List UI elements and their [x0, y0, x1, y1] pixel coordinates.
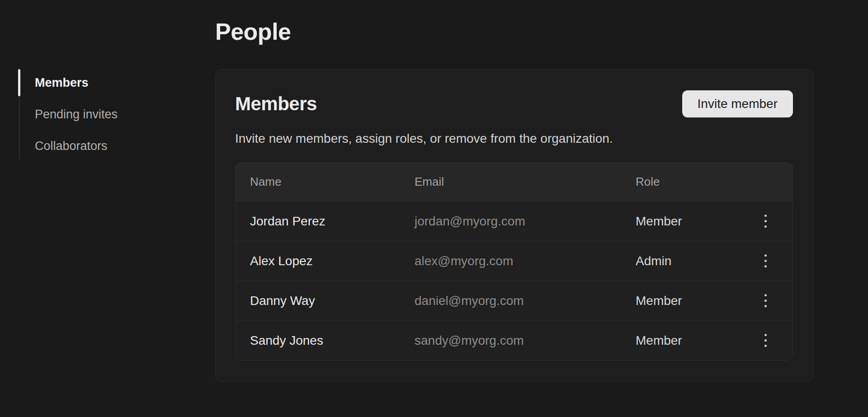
sidebar-nav-item-label: Members: [35, 76, 89, 90]
column-header-role: Role: [621, 175, 738, 189]
members-table-body: Jordan Perez jordan@myorg.com Member: [236, 201, 793, 360]
row-menu-button[interactable]: [755, 248, 776, 274]
row-menu-button[interactable]: [755, 209, 776, 234]
members-card-description: Invite new members, assign roles, or rem…: [235, 130, 793, 147]
row-menu-button[interactable]: [755, 288, 776, 314]
member-role: Admin: [621, 254, 738, 268]
members-table-header: Name Email Role: [236, 163, 793, 201]
sidebar-nav-item-label: Pending invites: [35, 108, 118, 122]
sidebar-nav-item[interactable]: Collaborators: [20, 132, 191, 159]
settings-sidebar: Members Pending invites Collaborators: [19, 69, 191, 159]
member-role: Member: [621, 294, 738, 308]
column-header-name: Name: [236, 175, 400, 189]
row-actions-cell: [738, 209, 793, 234]
people-settings-page: Members Pending invites Collaborators Pe…: [0, 0, 868, 417]
member-email: jordan@myorg.com: [400, 214, 621, 229]
table-row: Jordan Perez jordan@myorg.com Member: [236, 201, 793, 241]
sidebar-nav-item[interactable]: Pending invites: [20, 101, 191, 128]
table-row: Danny Way daniel@myorg.com Member: [236, 281, 793, 320]
sidebar-nav: Members Pending invites Collaborators: [19, 69, 191, 159]
row-actions-cell: [738, 288, 793, 314]
table-row: Sandy Jones sandy@myorg.com Member: [236, 320, 793, 360]
member-email: sandy@myorg.com: [400, 333, 621, 348]
kebab-menu-icon: [764, 334, 767, 347]
sidebar-nav-item[interactable]: Members: [20, 69, 191, 96]
member-email: alex@myorg.com: [400, 254, 621, 268]
page-title: People: [215, 18, 814, 45]
table-row: Alex Lopez alex@myorg.com Admin: [236, 241, 793, 281]
member-role: Member: [621, 333, 738, 348]
row-menu-button[interactable]: [755, 328, 776, 353]
members-card-title: Members: [235, 93, 317, 115]
member-name: Alex Lopez: [236, 254, 400, 268]
kebab-menu-icon: [764, 294, 767, 307]
member-email: daniel@myorg.com: [400, 294, 621, 308]
members-table: Name Email Role Jordan Perez jordan@myor…: [235, 162, 793, 361]
member-role: Member: [621, 214, 738, 229]
column-header-email: Email: [400, 175, 621, 189]
kebab-menu-icon: [764, 215, 767, 228]
members-card: Members Invite member Invite new members…: [215, 69, 814, 382]
main-content: People Members Invite member Invite new …: [215, 0, 814, 382]
sidebar-nav-item-label: Collaborators: [35, 139, 108, 153]
member-name: Sandy Jones: [236, 333, 400, 348]
row-actions-cell: [738, 328, 793, 353]
members-card-header: Members Invite member: [235, 90, 793, 117]
kebab-menu-icon: [764, 254, 767, 267]
row-actions-cell: [738, 248, 793, 274]
member-name: Jordan Perez: [236, 214, 400, 229]
invite-member-button[interactable]: Invite member: [682, 90, 793, 117]
member-name: Danny Way: [236, 294, 400, 308]
